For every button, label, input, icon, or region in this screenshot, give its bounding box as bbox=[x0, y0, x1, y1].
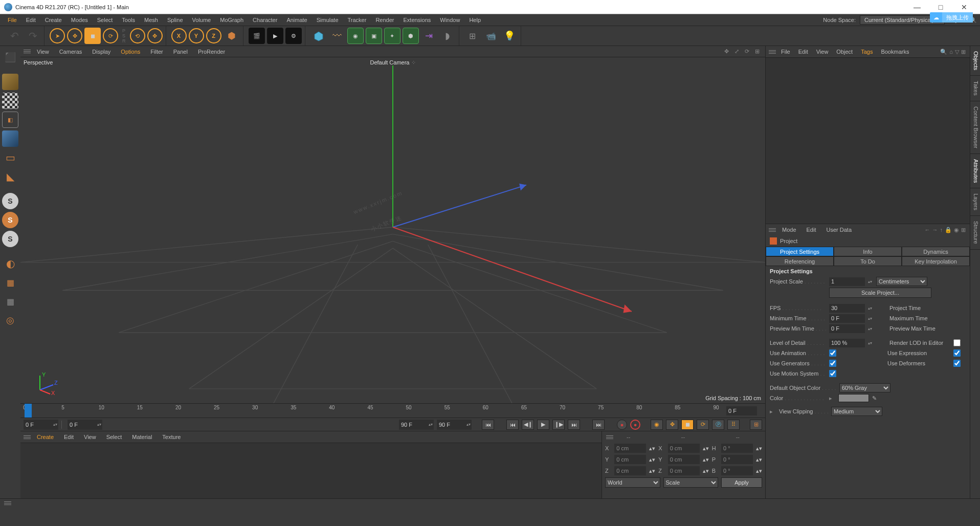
snap-grid2[interactable]: ▦ bbox=[2, 293, 18, 310]
camera-icon[interactable]: 📹 bbox=[483, 28, 499, 44]
x-axis-lock[interactable]: X bbox=[171, 28, 187, 43]
key-pla-button[interactable]: ⠿ bbox=[727, 420, 740, 430]
obj-view[interactable]: View bbox=[812, 49, 833, 55]
menu-tools[interactable]: Tools bbox=[117, 14, 140, 26]
min-time-field[interactable] bbox=[829, 314, 865, 323]
timeline-window-button[interactable]: ⊞ bbox=[750, 420, 762, 430]
keyframe-sel-button[interactable]: ◉ bbox=[651, 420, 663, 430]
objmgr-search-icon[interactable]: 🔍 bbox=[940, 49, 947, 55]
move-tool[interactable]: ✥ bbox=[67, 28, 82, 43]
vp-prorender[interactable]: ProRender bbox=[193, 46, 230, 57]
tab-project-settings[interactable]: Project Settings bbox=[766, 247, 834, 256]
use-anim-check[interactable] bbox=[829, 349, 836, 357]
cube-primitive[interactable] bbox=[310, 28, 327, 44]
menu-mograph[interactable]: MoGraph bbox=[215, 14, 248, 26]
objmgr-filter-icon[interactable]: ▽ bbox=[955, 49, 959, 55]
key-move-button[interactable]: ✥ bbox=[666, 420, 678, 430]
use-def-check[interactable] bbox=[953, 360, 961, 367]
texture-mode[interactable] bbox=[2, 93, 18, 109]
vtab-objects[interactable]: Objects bbox=[970, 46, 980, 76]
key-scale-button[interactable]: ◼ bbox=[681, 420, 694, 430]
enable-axis[interactable]: S bbox=[2, 193, 18, 209]
rotate-tool[interactable]: ⟳ bbox=[103, 28, 118, 43]
color-expand[interactable]: ▸ bbox=[829, 395, 835, 402]
attr-new-icon[interactable]: ◉ bbox=[954, 227, 959, 233]
attr-nav-up-icon[interactable]: ↑ bbox=[940, 227, 943, 233]
prev-key-button[interactable]: ⏮ bbox=[506, 420, 519, 430]
render-lod-check[interactable] bbox=[953, 339, 961, 346]
snap-grid1[interactable]: ▦ bbox=[2, 274, 18, 291]
vp-view[interactable]: View bbox=[32, 46, 54, 57]
menu-window[interactable]: Window bbox=[435, 14, 464, 26]
menu-select[interactable]: Select bbox=[93, 14, 118, 26]
color-swatch[interactable] bbox=[838, 394, 869, 402]
edge-mode[interactable]: ▭ bbox=[2, 149, 18, 166]
vp-toggle-layout-icon[interactable]: ⊞ bbox=[753, 48, 761, 56]
tab-dynamics[interactable]: Dynamics bbox=[902, 247, 970, 256]
objmgr-home-icon[interactable]: ⌂ bbox=[949, 49, 953, 55]
play-button[interactable]: ▶ bbox=[537, 420, 549, 430]
mat-edit[interactable]: Edit bbox=[59, 434, 79, 440]
key-param-button[interactable]: Ⓟ bbox=[712, 420, 724, 430]
polygon-mode[interactable]: ◣ bbox=[2, 168, 18, 185]
live-select-tool[interactable]: ➤ bbox=[50, 28, 65, 43]
placement-tool[interactable]: ✥ bbox=[147, 28, 163, 43]
project-scale-field[interactable] bbox=[829, 277, 865, 286]
last-tool[interactable]: ⟲ bbox=[130, 28, 145, 43]
deformer-tool[interactable]: ⇥ bbox=[421, 28, 437, 44]
obj-file[interactable]: File bbox=[777, 49, 794, 55]
matmgr-menu-icon[interactable] bbox=[23, 433, 32, 441]
objmgr-menu-icon[interactable] bbox=[768, 48, 777, 56]
timeline-end-field[interactable] bbox=[726, 406, 757, 415]
coord-menu-icon[interactable] bbox=[605, 433, 614, 441]
attr-nav-right-icon[interactable]: → bbox=[932, 227, 938, 233]
def-color-select[interactable]: 60% Gray bbox=[839, 383, 890, 392]
enable-snap2[interactable]: S bbox=[2, 231, 18, 247]
z-axis-lock[interactable]: Z bbox=[206, 28, 221, 43]
objmgr-expand-icon[interactable]: ⊞ bbox=[961, 49, 966, 55]
vp-display[interactable]: Display bbox=[87, 46, 116, 57]
menu-spline[interactable]: Spline bbox=[163, 14, 188, 26]
vp-cameras[interactable]: Cameras bbox=[54, 46, 87, 57]
total-frames-field[interactable] bbox=[437, 422, 465, 428]
workplane-mode[interactable]: ◧ bbox=[2, 112, 18, 128]
object-tree[interactable] bbox=[766, 57, 970, 224]
generator-green2[interactable]: ▣ bbox=[366, 28, 382, 44]
obj-object[interactable]: Object bbox=[832, 49, 857, 55]
project-scale-unit[interactable]: Centimeters bbox=[876, 277, 927, 286]
record-button[interactable]: ● bbox=[617, 420, 627, 430]
coord-mode-select[interactable]: Scale bbox=[663, 477, 719, 488]
attr-nav-left-icon[interactable]: ← bbox=[925, 227, 930, 233]
vp-nav-move-icon[interactable]: ✥ bbox=[722, 48, 730, 56]
attr-expand-icon[interactable]: ⊞ bbox=[961, 227, 966, 233]
attr-edit[interactable]: Edit bbox=[801, 227, 821, 233]
mat-create[interactable]: Create bbox=[32, 434, 59, 440]
menu-animate[interactable]: Animate bbox=[282, 14, 311, 26]
range-start-field[interactable] bbox=[68, 422, 96, 428]
vtab-layers[interactable]: Layers bbox=[970, 188, 980, 216]
axis-gizmo[interactable]: Y Z X bbox=[35, 370, 59, 395]
vtab-content-browser[interactable]: Content Browser bbox=[970, 101, 980, 154]
vtab-attributes[interactable]: Attributes bbox=[970, 154, 980, 188]
generator-green4[interactable]: ⬢ bbox=[403, 28, 419, 44]
menu-modes[interactable]: Modes bbox=[66, 14, 93, 26]
autokey-button[interactable]: ● bbox=[630, 420, 640, 430]
attr-userdata[interactable]: User Data bbox=[821, 227, 857, 233]
menu-tracker[interactable]: Tracker bbox=[343, 14, 371, 26]
vp-options[interactable]: Options bbox=[116, 46, 145, 57]
undo-button[interactable]: ↶ bbox=[6, 28, 23, 44]
prev-min-field[interactable] bbox=[829, 324, 865, 333]
vtab-structure[interactable]: Structure bbox=[970, 216, 980, 250]
y-axis-lock[interactable]: Y bbox=[189, 28, 204, 43]
obj-tags[interactable]: Tags bbox=[857, 49, 877, 55]
next-key-button[interactable]: ⏭ bbox=[568, 420, 580, 430]
scale-tool[interactable]: ◼ bbox=[84, 28, 101, 44]
use-expr-check[interactable] bbox=[953, 349, 961, 357]
vp-nav-rotate-icon[interactable]: ⟳ bbox=[743, 48, 751, 56]
menu-volume[interactable]: Volume bbox=[188, 14, 216, 26]
use-motion-check[interactable] bbox=[829, 370, 836, 377]
tab-info[interactable]: Info bbox=[834, 247, 902, 256]
prev-frame-button[interactable]: ◀❙ bbox=[522, 420, 534, 430]
drag-upload-overlay[interactable]: ☁ 拖拽上传 bbox=[930, 12, 973, 23]
environment-tool[interactable]: ◗ bbox=[439, 28, 456, 44]
